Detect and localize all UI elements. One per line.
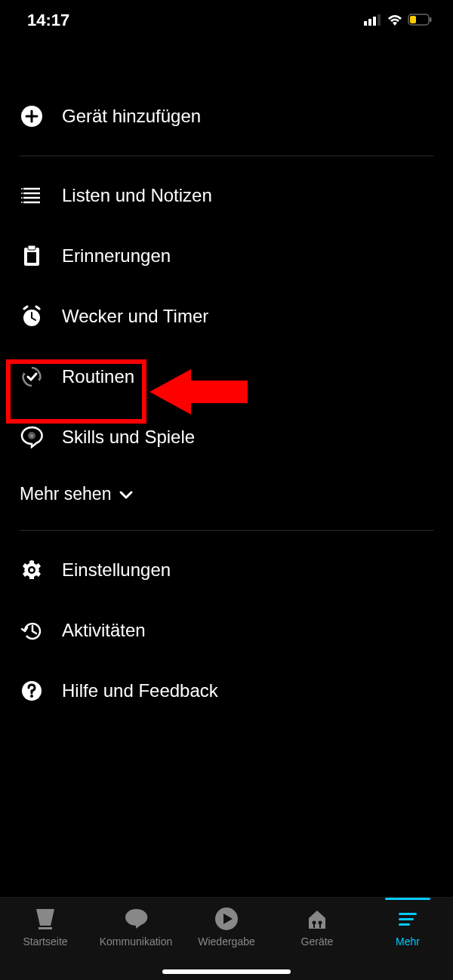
menu-alarms[interactable]: Wecker und Timer — [15, 286, 438, 347]
skills-icon — [20, 425, 44, 449]
wifi-icon — [387, 11, 403, 30]
play-icon — [213, 905, 240, 932]
svg-rect-26 — [319, 922, 321, 928]
gear-icon — [20, 558, 44, 582]
nav-label: Geräte — [301, 935, 334, 948]
menu-label: Einstellungen — [62, 559, 171, 581]
svg-rect-6 — [430, 17, 432, 22]
nav-label: Wiedergabe — [198, 935, 255, 948]
status-right — [364, 11, 432, 30]
svg-point-18 — [30, 569, 34, 572]
alarm-icon — [20, 304, 44, 328]
status-bar: 14:17 — [0, 0, 453, 41]
menu-label: Aktivitäten — [62, 620, 146, 641]
svg-point-11 — [21, 202, 23, 203]
history-icon — [20, 618, 44, 643]
home-icon — [32, 905, 59, 932]
menu-skills[interactable]: Skills und Spiele — [15, 407, 438, 467]
cellular-signal-icon — [364, 11, 382, 30]
nav-play[interactable]: Wiedergabe — [181, 905, 272, 948]
see-more-toggle[interactable]: Mehr sehen — [15, 467, 438, 521]
svg-point-9 — [21, 193, 23, 194]
routines-icon — [20, 365, 44, 389]
nav-label: Kommunikation — [100, 935, 173, 948]
divider — [20, 156, 433, 156]
menu-label: Gerät hinzufügen — [62, 106, 201, 127]
svg-rect-3 — [378, 14, 381, 26]
menu-label: Listen und Notizen — [62, 185, 212, 206]
menu-add-device[interactable]: Gerät hinzufügen — [15, 86, 438, 146]
nav-more[interactable]: Mehr — [362, 905, 453, 948]
help-icon — [20, 679, 44, 703]
chat-icon — [122, 905, 149, 932]
menu-routines[interactable]: Routinen — [15, 347, 438, 407]
svg-rect-2 — [373, 17, 376, 26]
bottom-nav: Startseite Kommunikation Wiedergabe Gerä… — [0, 897, 453, 980]
svg-rect-25 — [313, 922, 315, 928]
nav-communication[interactable]: Kommunikation — [91, 905, 181, 948]
devices-icon — [304, 905, 331, 932]
svg-rect-21 — [39, 927, 52, 929]
divider — [20, 530, 433, 531]
menu-reminders[interactable]: Erinnerungen — [15, 226, 438, 286]
svg-rect-29 — [399, 923, 410, 926]
status-time: 14:17 — [27, 11, 69, 30]
nav-devices[interactable]: Geräte — [272, 905, 362, 948]
svg-rect-0 — [364, 21, 367, 26]
menu-lists[interactable]: Listen und Notizen — [15, 165, 438, 226]
svg-rect-5 — [410, 16, 416, 23]
chevron-down-icon — [119, 484, 134, 504]
svg-rect-14 — [27, 252, 36, 263]
plus-circle-icon — [20, 104, 44, 128]
battery-icon — [408, 11, 432, 30]
menu-label: Skills und Spiele — [62, 427, 195, 448]
svg-point-10 — [21, 197, 23, 199]
svg-rect-28 — [399, 918, 414, 920]
svg-rect-1 — [368, 19, 371, 26]
menu-help[interactable]: Hilfe und Feedback — [15, 661, 438, 721]
menu-icon — [394, 905, 421, 932]
menu-activity[interactable]: Aktivitäten — [15, 600, 438, 661]
clipboard-icon — [20, 244, 44, 268]
menu-label: Hilfe und Feedback — [62, 680, 218, 701]
main-content: Gerät hinzufügen Listen und Notizen Erin… — [0, 41, 453, 721]
menu-label: Erinnerungen — [62, 245, 171, 267]
nav-home[interactable]: Startseite — [0, 905, 91, 948]
see-more-label: Mehr sehen — [20, 484, 111, 504]
svg-point-20 — [30, 695, 33, 698]
list-icon — [20, 183, 44, 208]
menu-label: Wecker und Timer — [62, 306, 208, 327]
menu-settings[interactable]: Einstellungen — [15, 540, 438, 600]
nav-label: Mehr — [396, 935, 420, 948]
menu-label: Routinen — [62, 366, 134, 387]
svg-point-8 — [21, 188, 23, 190]
svg-rect-27 — [399, 913, 417, 915]
svg-rect-13 — [28, 245, 35, 250]
home-indicator[interactable] — [162, 969, 291, 974]
nav-label: Startseite — [23, 935, 67, 948]
